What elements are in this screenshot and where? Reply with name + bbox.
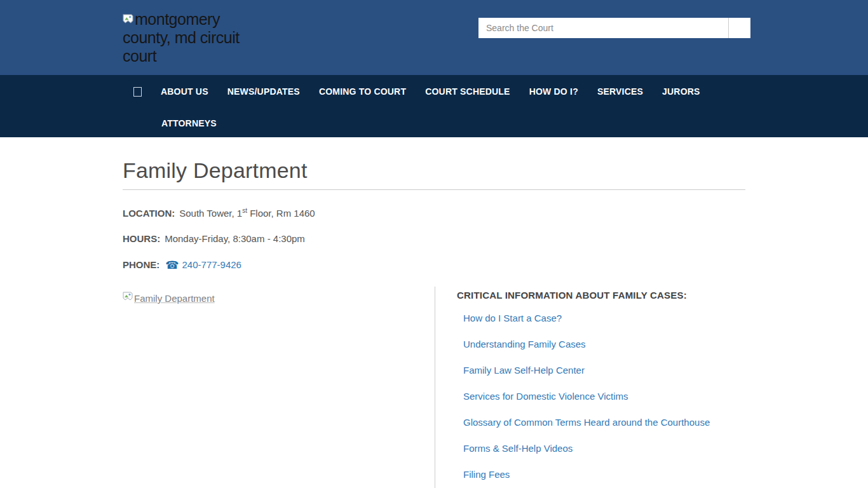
nav-item-about-us[interactable]: ABOUT US (161, 86, 208, 97)
nav-item-court-schedule[interactable]: COURT SCHEDULE (425, 86, 510, 97)
nav-item-attorneys[interactable]: ATTORNEYS (161, 118, 217, 128)
phone-link[interactable]: 240-777-9426 (182, 259, 241, 270)
page-title: Family Department (123, 158, 745, 183)
nav-item-jurors[interactable]: JURORS (662, 86, 700, 97)
link-filing-fees[interactable]: Filing Fees (463, 469, 745, 480)
nav-item-services[interactable]: SERVICES (597, 86, 643, 97)
location-ordinal: st (242, 207, 247, 214)
link-family-law-self-help-center[interactable]: Family Law Self-Help Center (463, 365, 745, 376)
nav-row-secondary: ATTORNEYS (161, 118, 745, 128)
search-button[interactable] (728, 18, 750, 38)
phone-label: PHONE: (123, 259, 159, 270)
link-glossary-of-common-terms[interactable]: Glossary of Common Terms Heard around th… (463, 417, 745, 428)
broken-image-icon (123, 292, 133, 304)
hours-label: HOURS: (123, 233, 160, 244)
hours-value: Monday-Friday, 8:30am - 4:30pm (165, 233, 305, 244)
link-how-do-i-start-a-case[interactable]: How do I Start a Case? (463, 313, 745, 323)
nav-item-coming-to-court[interactable]: COMING TO COURT (319, 86, 406, 97)
link-forms-self-help-videos[interactable]: Forms & Self-Help Videos (463, 443, 745, 454)
main-nav: ABOUT US NEWS/UPDATES COMING TO COURT CO… (0, 75, 868, 137)
location-row: LOCATION:South Tower, 1st Floor, Rm 1460 (123, 207, 745, 219)
nav-item-home[interactable] (133, 87, 142, 97)
logo-alt-text: montgomery county, md circuit court (123, 10, 240, 65)
critical-info-heading: CRITICAL INFORMATION ABOUT FAMILY CASES: (457, 290, 745, 301)
nav-row-primary: ABOUT US NEWS/UPDATES COMING TO COURT CO… (133, 86, 745, 97)
family-image-link[interactable]: Family Department (123, 293, 215, 304)
site-header: montgomery county, md circuit court (0, 0, 868, 75)
main-content: Family Department LOCATION:South Tower, … (123, 158, 745, 488)
link-services-for-domestic-violence-victims[interactable]: Services for Domestic Violence Victims (463, 391, 745, 402)
content-columns: Family Department CRITICAL INFORMATION A… (123, 287, 745, 488)
nav-item-how-do-i[interactable]: HOW DO I? (529, 86, 578, 97)
hours-row: HOURS:Monday-Friday, 8:30am - 4:30pm (123, 233, 745, 244)
phone-row: PHONE:☎240-777-9426 (123, 259, 745, 272)
search-input[interactable] (478, 18, 728, 38)
nav-item-news-updates[interactable]: NEWS/UPDATES (227, 86, 300, 97)
title-divider (123, 189, 745, 190)
right-column: CRITICAL INFORMATION ABOUT FAMILY CASES:… (435, 287, 745, 488)
broken-image-icon (123, 10, 133, 29)
location-value: South Tower, 1st Floor, Rm 1460 (179, 208, 315, 219)
phone-icon: ☎ (165, 259, 179, 271)
logo-link[interactable]: montgomery county, md circuit court (123, 10, 264, 65)
search-bar (478, 18, 750, 38)
link-understanding-family-cases[interactable]: Understanding Family Cases (463, 339, 745, 349)
left-column: Family Department (123, 287, 435, 488)
critical-info-link-list: How do I Start a Case? Understanding Fam… (457, 313, 745, 480)
family-image-alt-text: Family Department (134, 293, 215, 304)
home-icon (133, 87, 142, 97)
location-label: LOCATION: (123, 208, 175, 219)
